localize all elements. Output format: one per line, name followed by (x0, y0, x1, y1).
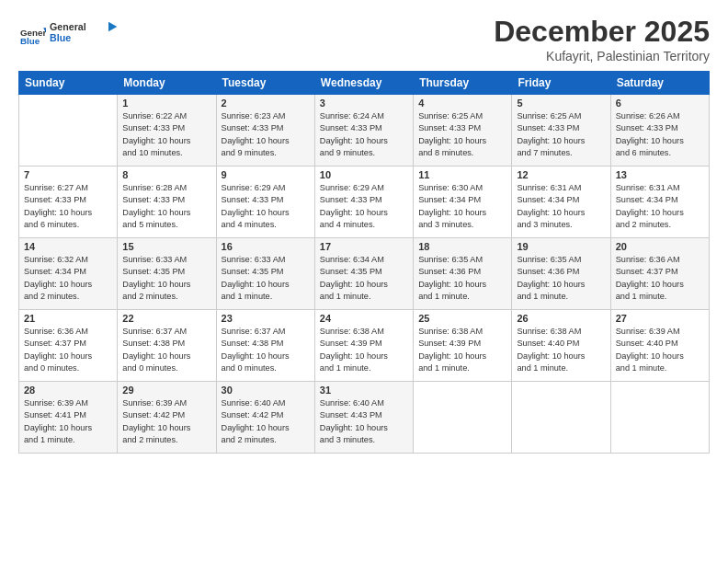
calendar-table: SundayMondayTuesdayWednesdayThursdayFrid… (18, 71, 710, 454)
day-number: 21 (24, 313, 112, 324)
col-header-saturday: Saturday (610, 72, 709, 95)
day-number: 7 (24, 169, 112, 180)
cell-day: 30Sunrise: 6:40 AMSunset: 4:42 PMDayligh… (216, 382, 314, 454)
cell-day: 16Sunrise: 6:33 AMSunset: 4:35 PMDayligh… (216, 238, 314, 310)
day-info: Sunrise: 6:30 AMSunset: 4:34 PMDaylight:… (418, 182, 506, 231)
page-header: General Blue General Blue December 2025 … (18, 15, 710, 63)
day-info: Sunrise: 6:36 AMSunset: 4:37 PMDaylight:… (24, 326, 112, 374)
day-info: Sunrise: 6:38 AMSunset: 4:39 PMDaylight:… (320, 326, 408, 374)
day-info: Sunrise: 6:25 AMSunset: 4:33 PMDaylight:… (418, 110, 506, 159)
day-info: Sunrise: 6:35 AMSunset: 4:36 PMDaylight:… (517, 254, 605, 303)
col-header-monday: Monday (118, 72, 216, 95)
week-row-4: 21Sunrise: 6:36 AMSunset: 4:37 PMDayligh… (19, 310, 710, 382)
cell-day: 7Sunrise: 6:27 AMSunset: 4:33 PMDaylight… (19, 167, 118, 238)
col-header-thursday: Thursday (414, 72, 512, 95)
day-number: 15 (122, 241, 210, 252)
day-number: 13 (616, 169, 704, 180)
svg-marker-4 (108, 22, 117, 32)
day-number: 31 (320, 385, 408, 396)
day-info: Sunrise: 6:31 AMSunset: 4:34 PMDaylight:… (517, 182, 605, 231)
day-info: Sunrise: 6:26 AMSunset: 4:33 PMDaylight:… (616, 110, 704, 159)
cell-day: 24Sunrise: 6:38 AMSunset: 4:39 PMDayligh… (314, 310, 413, 382)
cell-day: 17Sunrise: 6:34 AMSunset: 4:35 PMDayligh… (314, 238, 413, 310)
week-row-3: 14Sunrise: 6:32 AMSunset: 4:34 PMDayligh… (19, 238, 710, 310)
logo-svg: General Blue (50, 15, 123, 50)
day-number: 17 (320, 241, 408, 252)
day-number: 20 (616, 241, 704, 252)
day-number: 29 (122, 385, 210, 396)
cell-day: 10Sunrise: 6:29 AMSunset: 4:33 PMDayligh… (314, 167, 413, 238)
cell-day: 27Sunrise: 6:39 AMSunset: 4:40 PMDayligh… (610, 310, 709, 382)
day-info: Sunrise: 6:22 AMSunset: 4:33 PMDaylight:… (122, 110, 210, 159)
day-number: 6 (616, 98, 704, 109)
cell-day: 31Sunrise: 6:40 AMSunset: 4:43 PMDayligh… (314, 382, 413, 454)
cell-day: 28Sunrise: 6:39 AMSunset: 4:41 PMDayligh… (19, 382, 118, 454)
cell-day: 2Sunrise: 6:23 AMSunset: 4:33 PMDaylight… (216, 95, 314, 167)
cell-day: 13Sunrise: 6:31 AMSunset: 4:34 PMDayligh… (610, 167, 709, 238)
day-number: 5 (517, 98, 605, 109)
cell-day: 20Sunrise: 6:36 AMSunset: 4:37 PMDayligh… (610, 238, 709, 310)
day-info: Sunrise: 6:39 AMSunset: 4:40 PMDaylight:… (616, 326, 704, 374)
cell-day: 18Sunrise: 6:35 AMSunset: 4:36 PMDayligh… (414, 238, 512, 310)
cell-day: 19Sunrise: 6:35 AMSunset: 4:36 PMDayligh… (512, 238, 610, 310)
cell-day: 4Sunrise: 6:25 AMSunset: 4:33 PMDaylight… (414, 95, 512, 167)
col-header-tuesday: Tuesday (216, 72, 314, 95)
day-info: Sunrise: 6:37 AMSunset: 4:38 PMDaylight:… (222, 326, 310, 374)
day-number: 9 (222, 169, 310, 180)
day-info: Sunrise: 6:39 AMSunset: 4:42 PMDaylight:… (122, 397, 210, 446)
col-header-friday: Friday (512, 72, 610, 95)
day-number: 18 (418, 241, 506, 252)
day-info: Sunrise: 6:33 AMSunset: 4:35 PMDaylight:… (122, 254, 210, 303)
page-title: December 2025 (494, 15, 710, 49)
cell-day: 15Sunrise: 6:33 AMSunset: 4:35 PMDayligh… (118, 238, 216, 310)
cell-day: 1Sunrise: 6:22 AMSunset: 4:33 PMDaylight… (118, 95, 216, 167)
cell-day (19, 95, 118, 167)
day-number: 24 (320, 313, 408, 324)
day-info: Sunrise: 6:38 AMSunset: 4:40 PMDaylight:… (517, 326, 605, 374)
cell-day: 14Sunrise: 6:32 AMSunset: 4:34 PMDayligh… (19, 238, 118, 310)
day-number: 25 (418, 313, 506, 324)
cell-day: 5Sunrise: 6:25 AMSunset: 4:33 PMDaylight… (512, 95, 610, 167)
cell-day: 12Sunrise: 6:31 AMSunset: 4:34 PMDayligh… (512, 167, 610, 238)
day-number: 4 (418, 98, 506, 109)
day-info: Sunrise: 6:29 AMSunset: 4:33 PMDaylight:… (320, 182, 408, 231)
day-number: 14 (24, 241, 112, 252)
day-info: Sunrise: 6:33 AMSunset: 4:35 PMDaylight:… (222, 254, 310, 303)
day-info: Sunrise: 6:31 AMSunset: 4:34 PMDaylight:… (616, 182, 704, 231)
title-block: December 2025 Kufayrit, Palestinian Terr… (494, 15, 710, 63)
day-info: Sunrise: 6:34 AMSunset: 4:35 PMDaylight:… (320, 254, 408, 303)
cell-day: 8Sunrise: 6:28 AMSunset: 4:33 PMDaylight… (118, 167, 216, 238)
cell-day: 29Sunrise: 6:39 AMSunset: 4:42 PMDayligh… (118, 382, 216, 454)
week-row-5: 28Sunrise: 6:39 AMSunset: 4:41 PMDayligh… (19, 382, 710, 454)
day-number: 27 (616, 313, 704, 324)
day-number: 8 (122, 169, 210, 180)
day-number: 11 (418, 169, 506, 180)
day-info: Sunrise: 6:35 AMSunset: 4:36 PMDaylight:… (418, 254, 506, 303)
cell-day: 3Sunrise: 6:24 AMSunset: 4:33 PMDaylight… (314, 95, 413, 167)
day-info: Sunrise: 6:23 AMSunset: 4:33 PMDaylight:… (222, 110, 310, 159)
header-row: SundayMondayTuesdayWednesdayThursdayFrid… (19, 72, 710, 95)
day-number: 19 (517, 241, 605, 252)
day-number: 10 (320, 169, 408, 180)
cell-day: 23Sunrise: 6:37 AMSunset: 4:38 PMDayligh… (216, 310, 314, 382)
day-number: 3 (320, 98, 408, 109)
day-number: 2 (222, 98, 310, 109)
day-info: Sunrise: 6:39 AMSunset: 4:41 PMDaylight:… (24, 397, 112, 446)
cell-day (414, 382, 512, 454)
day-number: 12 (517, 169, 605, 180)
svg-text:Blue: Blue (20, 36, 40, 46)
day-info: Sunrise: 6:40 AMSunset: 4:43 PMDaylight:… (320, 397, 408, 446)
cell-day: 25Sunrise: 6:38 AMSunset: 4:39 PMDayligh… (414, 310, 512, 382)
week-row-2: 7Sunrise: 6:27 AMSunset: 4:33 PMDaylight… (19, 167, 710, 238)
cell-day: 22Sunrise: 6:37 AMSunset: 4:38 PMDayligh… (118, 310, 216, 382)
day-info: Sunrise: 6:27 AMSunset: 4:33 PMDaylight:… (24, 182, 112, 231)
logo: General Blue General Blue (18, 15, 123, 53)
day-info: Sunrise: 6:38 AMSunset: 4:39 PMDaylight:… (418, 326, 506, 374)
day-number: 28 (24, 385, 112, 396)
day-number: 1 (122, 98, 210, 109)
cell-day: 21Sunrise: 6:36 AMSunset: 4:37 PMDayligh… (19, 310, 118, 382)
day-info: Sunrise: 6:40 AMSunset: 4:42 PMDaylight:… (222, 397, 310, 446)
cell-day (512, 382, 610, 454)
page-subtitle: Kufayrit, Palestinian Territory (494, 49, 710, 63)
day-number: 30 (222, 385, 310, 396)
